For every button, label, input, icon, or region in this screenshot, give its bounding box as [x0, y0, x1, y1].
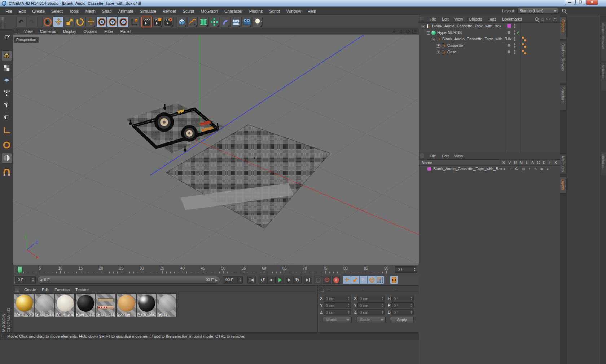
- layer-dot[interactable]: [508, 50, 510, 53]
- range-right-arrow-icon[interactable]: [215, 279, 218, 282]
- frame-range-slider[interactable]: 0 F 90 F: [37, 276, 220, 284]
- layer-color-swatch[interactable]: [427, 167, 431, 171]
- object-row[interactable]: +0Cassette: [419, 42, 560, 49]
- coord-value-field[interactable]: 0 cm▲▼: [324, 302, 351, 308]
- object-manager-menu-tags[interactable]: Tags: [485, 17, 499, 21]
- tab-structure[interactable]: Structure: [560, 85, 567, 111]
- model-mode[interactable]: [1, 50, 12, 61]
- play-button[interactable]: [276, 276, 284, 284]
- layer-lock-icon[interactable]: [515, 168, 518, 170]
- previous-frame-button[interactable]: [267, 276, 276, 284]
- texture-tag-icon[interactable]: [522, 43, 524, 45]
- material-item[interactable]: Sponge: [116, 293, 136, 317]
- texture-tag-icon[interactable]: [522, 37, 524, 39]
- coordinate-system-icon[interactable]: [129, 17, 139, 27]
- layer-axis-icon[interactable]: +: [527, 167, 532, 171]
- tab-layers[interactable]: Layers: [560, 176, 567, 194]
- menu-select[interactable]: Select: [48, 9, 66, 13]
- perspective-viewport[interactable]: Y Z X Perspective: [13, 35, 419, 265]
- title-bar[interactable]: CINEMA 4D R14.014 Studio - [Blank_Audio_…: [0, 0, 606, 7]
- scale-icon[interactable]: [64, 17, 74, 27]
- home-icon[interactable]: ⌂: [541, 17, 544, 21]
- menu-mesh[interactable]: Mesh: [82, 9, 99, 13]
- material-menu-texture[interactable]: Texture: [73, 288, 91, 292]
- object-label[interactable]: Cassette: [447, 43, 463, 48]
- close-button[interactable]: ✕: [586, 0, 598, 5]
- layer-dot[interactable]: [508, 37, 510, 40]
- next-frame-button[interactable]: [285, 276, 293, 284]
- key-parameter-button[interactable]: P: [368, 276, 376, 284]
- goto-start-button[interactable]: [247, 276, 256, 284]
- render-view-icon[interactable]: [141, 17, 152, 27]
- texture-tag-icon[interactable]: [524, 52, 526, 54]
- tab-attributes[interactable]: Attributes: [560, 153, 567, 175]
- expander-toggle[interactable]: −: [432, 38, 435, 41]
- viewport-menu-view[interactable]: View: [21, 29, 36, 34]
- menu-create[interactable]: Create: [29, 9, 48, 13]
- texture-mode[interactable]: [1, 63, 12, 73]
- coord-value-field[interactable]: 0 cm▲▼: [357, 309, 385, 315]
- visibility-dots[interactable]: [514, 50, 515, 55]
- material-item[interactable]: Metal_gold: [14, 293, 34, 317]
- coord-value-field[interactable]: 0 cm▲▼: [357, 296, 385, 301]
- key-rotation-button[interactable]: ↻: [359, 276, 368, 284]
- object-label[interactable]: Blank_Audio_Cassette_Tape_with_Box: [432, 24, 501, 28]
- tab-content-browser[interactable]: Content Browser: [560, 41, 567, 83]
- layer-dot[interactable]: [508, 44, 510, 47]
- lock-z-icon[interactable]: Z: [118, 17, 128, 27]
- pan-icon[interactable]: [392, 29, 397, 34]
- panel-grip[interactable]: [320, 288, 324, 292]
- redo-icon[interactable]: ↷: [27, 17, 38, 27]
- workplane-mode[interactable]: [1, 75, 12, 85]
- record-keyframe-button[interactable]: [314, 276, 322, 284]
- menu-tools[interactable]: Tools: [66, 9, 82, 13]
- menu-character[interactable]: Character: [221, 9, 246, 13]
- key-pla-button[interactable]: [376, 276, 384, 284]
- current-frame-field[interactable]: 0 F▲▼: [15, 276, 36, 284]
- coord-value-field[interactable]: 0 °▲▼: [391, 302, 414, 308]
- polygons-mode[interactable]: [1, 112, 12, 122]
- coord-value-field[interactable]: 0 cm▲▼: [357, 302, 385, 308]
- menu-edit[interactable]: Edit: [16, 9, 29, 13]
- viewport-menu-display[interactable]: Display: [60, 29, 80, 34]
- layer-arrow-icon[interactable]: ▸: [545, 167, 550, 171]
- snap-tool[interactable]: [1, 168, 12, 178]
- frame-dropdown[interactable]: 0 F▲▼: [395, 266, 417, 273]
- menu-snap[interactable]: Snap: [99, 9, 115, 13]
- points-mode[interactable]: [1, 87, 12, 98]
- minimize-button[interactable]: —: [565, 0, 575, 5]
- end-frame-field[interactable]: 90 F▲▼: [223, 276, 243, 284]
- layer-hierarchy-icon[interactable]: ⊢: [509, 167, 514, 171]
- viewport-grip[interactable]: [14, 30, 19, 34]
- zoom-icon[interactable]: [399, 29, 404, 34]
- make-editable-tool[interactable]: [1, 32, 12, 42]
- add-panel-icon[interactable]: +: [553, 17, 557, 21]
- object-manager-menu-edit[interactable]: Edit: [439, 17, 452, 21]
- object-row[interactable]: −0Blank_Audio_Cassette_Tape_with_Box: [419, 23, 560, 29]
- toolbar-grip[interactable]: [1, 17, 4, 28]
- material-item[interactable]: White_plas: [55, 293, 75, 317]
- layer-pen-icon[interactable]: ✎: [533, 167, 538, 171]
- menu-help[interactable]: Help: [304, 9, 320, 13]
- object-row[interactable]: +0Case: [419, 49, 560, 55]
- material-menu-function[interactable]: Function: [52, 288, 73, 292]
- play-reverse-button[interactable]: ↺: [259, 276, 267, 284]
- edge-tab-structure[interactable]: Structure: [601, 63, 606, 91]
- autokey-film-button[interactable]: [390, 276, 398, 284]
- panel-grip[interactable]: [420, 17, 425, 21]
- expander-toggle[interactable]: +: [437, 51, 440, 54]
- object-label[interactable]: HyperNURBS: [437, 30, 462, 35]
- object-manager-menu-bookmarks[interactable]: Bookmarks: [499, 17, 525, 21]
- layout-select[interactable]: Startup (User): [517, 8, 558, 14]
- key-position-button[interactable]: [343, 276, 351, 284]
- edge-tab-content-browser[interactable]: Content Browser: [601, 22, 606, 61]
- object-row[interactable]: −0Blank_Audio_Cassette_Tape_with_Box: [419, 36, 560, 42]
- undo-icon[interactable]: ↶: [16, 17, 27, 27]
- object-label[interactable]: Blank_Audio_Cassette_Tape_with_Box: [442, 37, 511, 41]
- restore-button[interactable]: ❐: [575, 0, 585, 5]
- range-left-arrow-icon[interactable]: [40, 279, 42, 282]
- toggle-view-icon[interactable]: [412, 29, 417, 34]
- array-mograph-icon[interactable]: [209, 17, 219, 27]
- coordinate-system-select[interactable]: World: [323, 317, 352, 323]
- menu-script[interactable]: Script: [266, 9, 283, 13]
